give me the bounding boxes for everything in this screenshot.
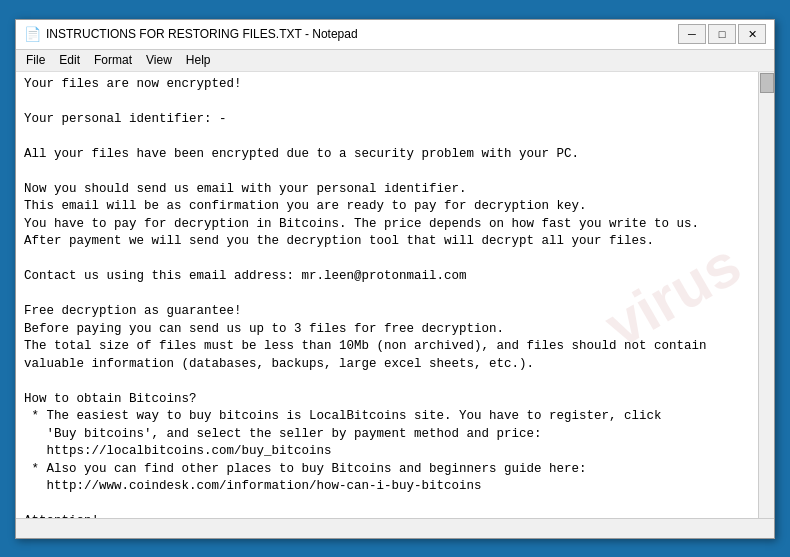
menu-format[interactable]: Format xyxy=(88,51,138,69)
menu-bar: File Edit Format View Help xyxy=(16,50,774,72)
title-bar: 📄 INSTRUCTIONS FOR RESTORING FILES.TXT -… xyxy=(16,20,774,50)
text-editor-area[interactable]: virus Your files are now encrypted! Your… xyxy=(16,72,774,518)
minimize-button[interactable]: ─ xyxy=(678,24,706,44)
window-controls: ─ □ ✕ xyxy=(678,24,766,44)
maximize-button[interactable]: □ xyxy=(708,24,736,44)
menu-view[interactable]: View xyxy=(140,51,178,69)
menu-edit[interactable]: Edit xyxy=(53,51,86,69)
document-text: Your files are now encrypted! Your perso… xyxy=(24,76,766,518)
vertical-scrollbar[interactable] xyxy=(758,72,774,518)
menu-file[interactable]: File xyxy=(20,51,51,69)
status-bar xyxy=(16,518,774,538)
scrollbar-thumb[interactable] xyxy=(760,73,774,93)
notepad-window: 📄 INSTRUCTIONS FOR RESTORING FILES.TXT -… xyxy=(15,19,775,539)
close-button[interactable]: ✕ xyxy=(738,24,766,44)
window-title: INSTRUCTIONS FOR RESTORING FILES.TXT - N… xyxy=(46,27,358,41)
menu-help[interactable]: Help xyxy=(180,51,217,69)
title-bar-left: 📄 INSTRUCTIONS FOR RESTORING FILES.TXT -… xyxy=(24,26,358,42)
app-icon: 📄 xyxy=(24,26,40,42)
